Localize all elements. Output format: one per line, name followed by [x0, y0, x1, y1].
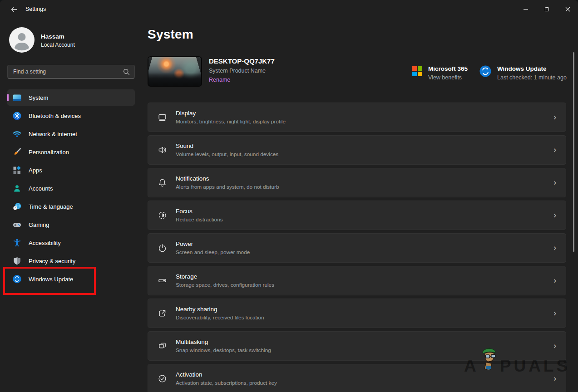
row-subtitle: Volume levels, output, input, sound devi…: [176, 151, 278, 157]
sidebar-item-label: System: [29, 94, 48, 101]
chevron-right-icon: ›: [553, 244, 566, 252]
back-button[interactable]: [6, 4, 22, 15]
sidebar-item-privacy-security[interactable]: Privacy & security: [7, 253, 135, 269]
row-multitasking[interactable]: Multitasking Snap windows, desktops, tas…: [148, 331, 566, 361]
back-arrow-icon: [10, 6, 18, 13]
row-title: Storage: [176, 273, 274, 280]
sidebar-item-label: Accessibility: [29, 240, 61, 246]
microsoft-365-promo[interactable]: Microsoft 365 View benefits: [412, 65, 468, 81]
bluetooth-icon: [13, 112, 21, 120]
search-box[interactable]: [7, 65, 135, 78]
chevron-right-icon: ›: [553, 374, 566, 383]
sidebar-item-accounts[interactable]: Accounts: [7, 180, 135, 196]
chevron-right-icon: ›: [553, 276, 566, 285]
row-activation[interactable]: Activation Activation state, subscriptio…: [148, 364, 566, 392]
settings-window: Settings Hassam Local Account: [0, 0, 578, 392]
search-input[interactable]: [8, 69, 123, 75]
search-icon: [123, 69, 130, 75]
row-notifications[interactable]: Notifications Alerts from apps and syste…: [148, 168, 566, 197]
sidebar-item-label: Apps: [29, 167, 42, 174]
check-circle-icon: [157, 374, 167, 384]
windows-stack-icon: [157, 341, 167, 351]
row-title: Sound: [176, 142, 278, 149]
chevron-right-icon: ›: [553, 146, 566, 154]
row-subtitle: Monitors, brightness, night light, displ…: [176, 118, 286, 125]
sidebar-item-label: Windows Update: [29, 276, 73, 283]
device-product-name: System Product Name: [209, 68, 275, 74]
minimize-button[interactable]: [515, 0, 536, 18]
rename-link[interactable]: Rename: [209, 77, 275, 83]
shield-icon: [13, 257, 21, 265]
row-power[interactable]: Power Screen and sleep, power mode ›: [148, 233, 566, 263]
maximize-button[interactable]: [536, 0, 557, 18]
gamepad-icon: [13, 220, 21, 229]
system-icon: [13, 93, 21, 102]
sidebar-item-label: Privacy & security: [29, 258, 75, 265]
sidebar-item-bluetooth-devices[interactable]: Bluetooth & devices: [7, 108, 135, 124]
sidebar-item-label: Time & language: [29, 203, 73, 210]
sidebar-item-label: Bluetooth & devices: [29, 113, 81, 119]
chevron-right-icon: ›: [553, 113, 566, 122]
row-subtitle: Snap windows, desktops, task switching: [176, 347, 271, 353]
profile-account-type: Local Account: [41, 42, 75, 48]
sidebar-item-label: Personalization: [29, 149, 69, 156]
device-wallpaper-thumbnail: [148, 56, 202, 87]
sidebar-item-time-language[interactable]: Time & language: [7, 198, 135, 215]
profile-name: Hassam: [41, 33, 64, 40]
sidebar-item-accessibility[interactable]: Accessibility: [7, 235, 135, 251]
promo-title: Windows Update: [497, 65, 567, 72]
person-icon: [9, 27, 35, 53]
sidebar: Hassam Local Account: [0, 18, 142, 392]
microsoft-logo-icon: [412, 66, 422, 76]
row-focus[interactable]: Focus Reduce distractions ›: [148, 201, 566, 230]
sidebar-item-personalization[interactable]: Personalization: [7, 144, 135, 160]
share-icon: [157, 309, 167, 318]
promo-title: Microsoft 365: [428, 65, 468, 72]
sidebar-item-gaming[interactable]: Gaming: [7, 216, 135, 233]
sidebar-item-network-internet[interactable]: Network & internet: [7, 126, 135, 142]
sidebar-item-label: Network & internet: [29, 131, 77, 137]
row-sound[interactable]: Sound Volume levels, output, input, soun…: [148, 135, 566, 165]
row-nearby-sharing[interactable]: Nearby sharing Discoverability, received…: [148, 299, 566, 328]
accessibility-person-icon: [13, 239, 21, 247]
sidebar-item-system[interactable]: System: [7, 89, 135, 106]
sidebar-item-label: Gaming: [29, 221, 49, 228]
sidebar-nav: System Bluetooth & devices: [7, 89, 135, 289]
row-subtitle: Reduce distractions: [176, 216, 223, 223]
chevron-right-icon: ›: [553, 309, 566, 318]
row-subtitle: Screen and sleep, power mode: [176, 249, 250, 255]
maximize-icon: [545, 7, 549, 11]
power-icon: [157, 243, 167, 253]
windows-update-icon: [13, 275, 21, 284]
avatar[interactable]: [9, 27, 35, 53]
window-title: Settings: [25, 6, 46, 12]
speaker-icon: [157, 145, 167, 155]
row-title: Display: [176, 110, 286, 117]
row-title: Multitasking: [176, 338, 271, 345]
scrollbar-thumb[interactable]: [573, 52, 574, 252]
row-subtitle: Alerts from apps and system, do not dist…: [176, 184, 279, 190]
titlebar: Settings: [0, 0, 578, 18]
promo-subtitle[interactable]: View benefits: [428, 74, 468, 81]
display-icon: [157, 113, 167, 122]
storage-drive-icon: [157, 276, 167, 286]
selected-pill: [7, 94, 9, 101]
paintbrush-icon: [13, 148, 21, 157]
row-title: Activation: [176, 371, 277, 378]
row-storage[interactable]: Storage Storage space, drives, configura…: [148, 266, 566, 295]
sidebar-item-windows-update[interactable]: Windows Update: [7, 271, 135, 287]
clock-globe-icon: [13, 202, 21, 211]
row-title: Notifications: [176, 175, 279, 182]
row-display[interactable]: Display Monitors, brightness, night ligh…: [148, 103, 566, 132]
close-button[interactable]: [557, 0, 578, 18]
bell-icon: [157, 178, 167, 188]
windows-update-promo[interactable]: Windows Update Last checked: 1 minute ag…: [479, 65, 567, 81]
apps-grid-icon: [13, 166, 21, 175]
row-subtitle: Discoverability, received files location: [176, 314, 264, 321]
row-subtitle: Activation state, subscriptions, product…: [176, 380, 277, 386]
sidebar-item-apps[interactable]: Apps: [7, 162, 135, 178]
settings-rows: Display Monitors, brightness, night ligh…: [148, 103, 566, 392]
chevron-right-icon: ›: [553, 342, 566, 350]
sidebar-item-label: Accounts: [29, 185, 53, 192]
row-title: Nearby sharing: [176, 306, 264, 313]
